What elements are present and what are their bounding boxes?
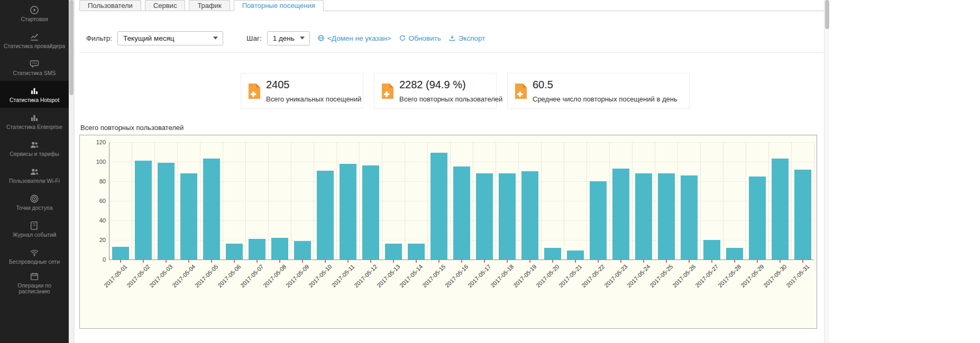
gridline-vertical [268, 142, 269, 259]
x-axis-label: 2017-05-05 [173, 263, 219, 309]
gridline-vertical [655, 142, 655, 259]
bar[interactable] [249, 239, 265, 259]
chart-title: Всего повторных пользователей [80, 124, 184, 132]
period-select[interactable]: Текущий месяц [117, 31, 223, 45]
bar[interactable] [408, 244, 425, 259]
target-icon [30, 194, 39, 203]
x-axis-label: 2017-05-11 [310, 263, 355, 309]
step-select[interactable]: 1 день [267, 31, 310, 45]
bar[interactable] [317, 171, 334, 259]
stat-card: 2282 (94.9 %)Всего повторных пользовател… [374, 73, 497, 109]
sidebar-item-entry[interactable]: Беспроводные сети [0, 243, 69, 270]
sidebar-item-entry[interactable]: Сервисы и тарифы [0, 135, 69, 162]
sidebar-item-entry[interactable]: Статистика провайдера [0, 27, 69, 54]
gridline-vertical [132, 142, 132, 259]
x-axis-tick [620, 260, 621, 263]
gridline-vertical [450, 142, 451, 259]
tab-item[interactable]: Трафик [189, 0, 230, 11]
tab-item[interactable]: Сервис [145, 0, 186, 11]
bar[interactable] [431, 153, 447, 259]
x-axis-label: 2017-05-24 [606, 263, 651, 309]
sidebar-item-entry[interactable]: Статистика SMS [0, 54, 69, 81]
tab-active[interactable]: Повторные посещения [234, 0, 324, 11]
bar[interactable] [703, 240, 720, 259]
gridline-vertical [518, 142, 519, 259]
bar[interactable] [135, 161, 152, 259]
x-axis-label: 2017-05-10 [287, 263, 333, 309]
domain-link[interactable]: <Домен не указан> [317, 34, 391, 42]
x-axis-tick [211, 260, 212, 263]
bar[interactable] [590, 181, 607, 259]
x-axis-tick [643, 260, 644, 263]
bar[interactable] [158, 163, 175, 259]
stat-value: 2405 [266, 79, 361, 90]
bar[interactable] [271, 238, 288, 259]
sidebar-item-entry[interactable]: Статистика Enterprise [0, 108, 69, 135]
x-axis-tick [438, 260, 439, 263]
sidebar-item-active[interactable]: Статистика Hotspot [0, 81, 69, 108]
bar[interactable] [635, 173, 652, 259]
refresh-link[interactable]: Обновить [399, 34, 441, 42]
bar[interactable] [726, 248, 743, 259]
bar[interactable] [749, 177, 766, 259]
bar[interactable] [612, 169, 629, 259]
gridline-vertical [223, 142, 223, 259]
x-axis-tick [666, 260, 667, 263]
bar[interactable] [794, 170, 811, 259]
gridline-vertical [336, 142, 337, 259]
bar[interactable] [112, 247, 129, 259]
bar[interactable] [453, 166, 470, 259]
gridline-vertical [768, 142, 769, 259]
sidebar-item-entry[interactable]: Точки доступа [0, 189, 69, 216]
export-link[interactable]: Экспорт [448, 34, 486, 42]
x-axis-label: 2017-05-14 [378, 263, 424, 309]
download-icon [448, 34, 456, 42]
bar[interactable] [203, 159, 220, 259]
gridline-vertical [700, 142, 701, 259]
x-axis-label: 2017-05-20 [515, 263, 560, 309]
y-axis-label: 80 [85, 178, 106, 184]
x-axis-label: 2017-05-04 [151, 263, 196, 309]
bar[interactable] [476, 173, 493, 259]
gridline-vertical [200, 142, 200, 259]
x-axis-label: 2017-05-12 [333, 263, 378, 309]
x-axis-tick [166, 260, 167, 263]
sidebar-item-label: Пользователи Wi-Fi [7, 178, 62, 184]
sidebar-item-entry[interactable]: Стартовая [0, 0, 69, 27]
x-axis-tick [598, 260, 599, 263]
wifi-icon [30, 248, 39, 257]
sidebar-scrollbar[interactable] [69, 0, 75, 343]
bar[interactable] [544, 248, 561, 259]
sidebar-scrollbar-thumb[interactable] [69, 0, 74, 95]
bar[interactable] [385, 244, 402, 259]
sidebar-item-label: Статистика SMS [11, 70, 58, 76]
bar[interactable] [521, 171, 538, 259]
bar[interactable] [681, 175, 698, 259]
bar[interactable] [567, 251, 584, 259]
bar[interactable] [499, 173, 516, 259]
sidebar-item-entry[interactable]: Операции по расписанию [0, 270, 69, 296]
tab-item[interactable]: Пользователи [79, 0, 141, 11]
sidebar-item-entry[interactable]: Пользователи Wi-Fi [0, 162, 69, 189]
gridline-vertical [609, 142, 610, 259]
x-axis-tick [302, 260, 303, 263]
bar[interactable] [362, 165, 379, 259]
bar[interactable] [772, 159, 789, 259]
sidebar-item-label: Журнал событий [11, 232, 59, 238]
bar[interactable] [340, 164, 356, 259]
export-link-label: Экспорт [459, 34, 486, 42]
gridline-vertical [564, 142, 564, 259]
x-axis-label: 2017-05-21 [537, 263, 583, 309]
x-axis-label: 2017-05-15 [401, 263, 446, 309]
bar[interactable] [226, 244, 243, 259]
main-scrollbar-thumb[interactable] [825, 0, 829, 29]
x-axis-tick [734, 260, 735, 263]
gridline-vertical [245, 142, 246, 259]
stat-caption: Среднее число повторных посещений в день [533, 95, 677, 103]
gridline-vertical [405, 142, 405, 259]
sidebar-item-entry[interactable]: Журнал событий [0, 216, 69, 243]
bar[interactable] [658, 173, 675, 259]
bar[interactable] [180, 173, 197, 259]
main-scrollbar[interactable] [824, 0, 829, 343]
bar[interactable] [294, 241, 311, 259]
